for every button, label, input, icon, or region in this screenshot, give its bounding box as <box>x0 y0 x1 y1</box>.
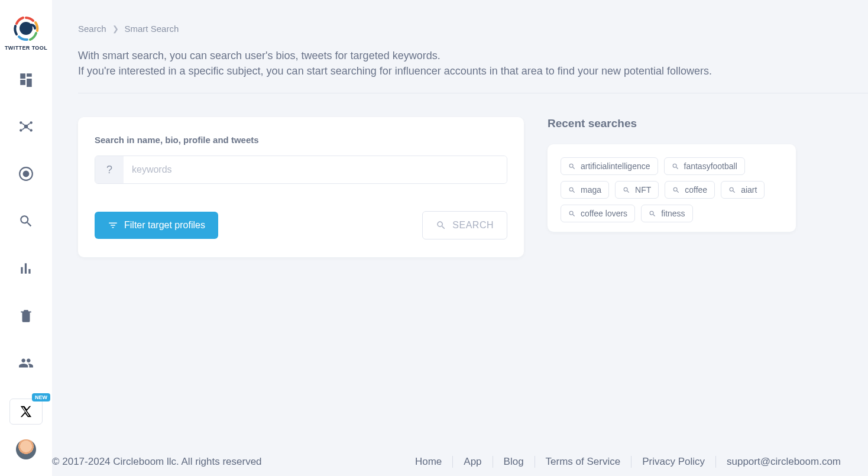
bar-chart-icon <box>18 261 34 276</box>
footer-link[interactable]: Privacy Policy <box>631 456 715 468</box>
trash-icon <box>18 308 34 323</box>
desc-line2: If you're interested in a specific subje… <box>78 65 712 77</box>
nav-trash[interactable] <box>14 304 38 328</box>
svg-point-3 <box>30 121 33 124</box>
footer: © 2017-2024 Circleboom llc. All rights r… <box>52 456 868 468</box>
svg-point-0 <box>20 22 33 35</box>
nav-dashboard[interactable] <box>14 67 38 91</box>
nav-x[interactable]: NEW <box>9 399 43 425</box>
search-icon <box>568 186 576 194</box>
x-icon <box>20 405 33 418</box>
svg-point-7 <box>23 171 30 177</box>
breadcrumb-leaf[interactable]: Smart Search <box>125 24 179 34</box>
search-icon <box>623 186 630 194</box>
recent-chip-label: NFT <box>635 185 651 195</box>
keyword-input-group: ? <box>95 156 507 184</box>
circle-target-icon <box>18 166 34 182</box>
search-icon <box>18 213 34 229</box>
recent-chip[interactable]: aiart <box>721 181 765 199</box>
search-icon <box>728 186 736 194</box>
footer-link[interactable]: Home <box>404 456 452 468</box>
search-label: Search in name, bio, profile and tweets <box>95 135 507 145</box>
logo-text: TWITTER TOOL <box>5 45 47 51</box>
page-description: With smart search, you can search user's… <box>78 48 868 79</box>
recent-chip[interactable]: fitness <box>641 205 692 222</box>
recent-chip-label: maga <box>581 185 601 195</box>
new-badge: NEW <box>32 393 50 401</box>
recent-chip[interactable]: NFT <box>615 181 659 199</box>
search-icon <box>672 186 680 194</box>
recent-chip-label: coffee lovers <box>581 209 627 218</box>
search-button[interactable]: SEARCH <box>422 211 507 239</box>
search-card: Search in name, bio, profile and tweets … <box>78 117 524 257</box>
nav-network[interactable] <box>14 115 38 138</box>
footer-link[interactable]: Blog <box>493 456 535 468</box>
recent-searches: Recent searches artificialintelligencefa… <box>548 117 796 232</box>
recent-chip-label: artificialintelligence <box>581 161 650 171</box>
people-icon <box>18 355 34 371</box>
recent-chip[interactable]: coffee <box>665 181 715 199</box>
sidebar-nav: NEW <box>9 67 43 425</box>
recent-chip-label: aiart <box>741 185 757 195</box>
recent-chip-label: fantasyfootball <box>684 161 737 171</box>
keyword-input[interactable] <box>124 156 507 183</box>
footer-link[interactable]: App <box>453 456 492 468</box>
svg-point-2 <box>20 121 22 124</box>
search-icon <box>568 163 576 170</box>
recent-chip[interactable]: fantasyfootball <box>664 157 745 175</box>
filter-button-label: Filter target profiles <box>124 220 205 231</box>
recent-chip-label: coffee <box>685 185 707 195</box>
search-icon <box>672 163 679 170</box>
nav-search[interactable] <box>14 209 38 233</box>
recent-chip[interactable]: artificialintelligence <box>561 157 658 175</box>
filter-button[interactable]: Filter target profiles <box>95 212 218 239</box>
search-button-label: SEARCH <box>452 220 494 231</box>
breadcrumb: Search ❯ Smart Search <box>78 24 868 34</box>
recent-chip-label: fitness <box>661 209 685 218</box>
breadcrumb-root[interactable]: Search <box>78 24 106 34</box>
search-icon <box>436 220 446 231</box>
help-icon[interactable]: ? <box>95 156 124 183</box>
card-actions: Filter target profiles SEARCH <box>95 211 507 239</box>
svg-point-5 <box>30 129 33 131</box>
nav-circle[interactable] <box>14 162 38 186</box>
divider <box>78 93 868 93</box>
footer-link[interactable]: Terms of Service <box>535 456 631 468</box>
svg-point-4 <box>20 129 22 131</box>
main: Search ❯ Smart Search With smart search,… <box>52 0 868 476</box>
recent-chip[interactable]: maga <box>561 181 609 199</box>
search-icon <box>568 210 576 218</box>
content-row: Search in name, bio, profile and tweets … <box>78 117 868 257</box>
recent-card: artificialintelligencefantasyfootballmag… <box>548 144 796 232</box>
nav-people[interactable] <box>14 351 38 375</box>
recent-title: Recent searches <box>548 117 796 130</box>
filter-icon <box>108 220 118 231</box>
logo-icon <box>12 14 40 43</box>
footer-link[interactable]: support@circleboom.com <box>716 456 851 468</box>
footer-copyright: © 2017-2024 Circleboom llc. All rights r… <box>52 456 262 468</box>
chevron-right-icon: ❯ <box>112 24 119 33</box>
avatar[interactable] <box>16 439 36 459</box>
sidebar: TWITTER TOOL NEW <box>0 0 52 476</box>
dashboard-icon <box>18 72 34 87</box>
footer-links: HomeAppBlogTerms of ServicePrivacy Polic… <box>404 456 851 468</box>
desc-line1: With smart search, you can search user's… <box>78 50 441 61</box>
recent-chip[interactable]: coffee lovers <box>561 205 635 222</box>
network-icon <box>18 119 34 134</box>
nav-analytics[interactable] <box>14 257 38 280</box>
search-icon <box>649 210 656 218</box>
